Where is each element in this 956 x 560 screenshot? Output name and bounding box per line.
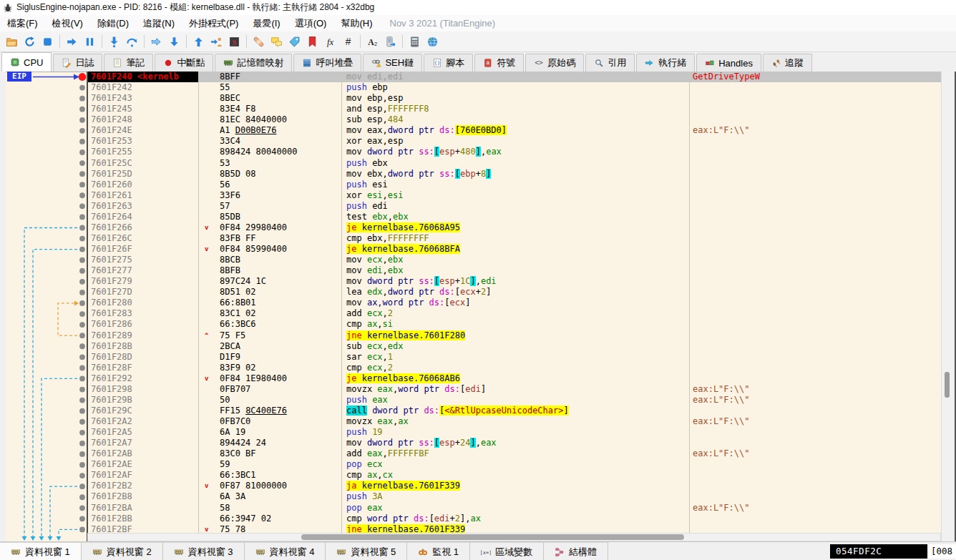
address-cell[interactable]: 7601F240 <kernelb bbox=[87, 72, 198, 82]
bottom-tab-資料視窗 5[interactable]: 資料視窗 5 bbox=[326, 542, 407, 560]
address-cell[interactable]: 7601F2BA bbox=[87, 503, 198, 514]
pause-button[interactable] bbox=[81, 33, 99, 51]
disasm-row[interactable]: 7601F28383C1 02add ecx,2 bbox=[87, 308, 941, 319]
address-cell[interactable]: 7601F289 bbox=[87, 330, 198, 341]
address-cell[interactable]: 7601F26F bbox=[87, 244, 198, 255]
address-cell[interactable]: 7601F29C bbox=[87, 406, 198, 416]
address-cell[interactable]: 7601F264 bbox=[87, 212, 198, 222]
disasm-row[interactable]: 7601F26485DBtest ebx,ebx bbox=[87, 212, 941, 222]
address-cell[interactable]: 7601F263 bbox=[87, 201, 198, 212]
address-cell[interactable]: 7601F260 bbox=[87, 180, 198, 190]
instruction-cell[interactable]: and esp,FFFFFFF8 bbox=[341, 104, 689, 114]
instruction-cell[interactable]: cmp ebx,FFFFFFFF bbox=[341, 233, 689, 244]
functions-button[interactable]: fx bbox=[321, 33, 339, 51]
instruction-cell[interactable]: push edi bbox=[341, 201, 689, 212]
disasm-row[interactable]: 7601F2778BFBmov edi,ebx bbox=[87, 265, 941, 276]
instruction-cell[interactable]: push 3A bbox=[341, 491, 689, 502]
instruction-cell[interactable]: je kernelbase.76068BFA bbox=[341, 244, 689, 255]
column-divider[interactable] bbox=[341, 72, 342, 533]
instruction-cell[interactable]: mov dword ptr ss:[esp+480],eax bbox=[341, 147, 689, 157]
tab-引用[interactable]: 引用 bbox=[585, 54, 635, 72]
tab-中斷點[interactable]: 中斷點 bbox=[155, 54, 213, 72]
instruction-cell[interactable]: mov eax,dword ptr ds:[760E0BD0] bbox=[341, 125, 689, 136]
instruction-cell[interactable]: sub esp,484 bbox=[341, 114, 689, 125]
address-cell[interactable]: 7601F279 bbox=[87, 276, 198, 287]
run-button[interactable] bbox=[63, 33, 81, 51]
column-divider[interactable] bbox=[689, 72, 690, 533]
bottom-tab-監視 1[interactable]: 監視 1 bbox=[407, 542, 470, 560]
disasm-row[interactable]: 7601F2758BCBmov ecx,ebx bbox=[87, 255, 941, 265]
horizontal-scrollbar-thumb[interactable] bbox=[301, 534, 684, 540]
instruction-cell[interactable]: push ebx bbox=[341, 158, 689, 169]
instruction-cell[interactable]: sub ecx,edx bbox=[341, 341, 689, 352]
disasm-row[interactable]: 7601F28B2BCAsub ecx,edx bbox=[87, 341, 941, 352]
disasm-row[interactable]: 7601F25C53push ebx bbox=[87, 158, 941, 169]
disasm-row[interactable]: 7601F26133F6xor esi,esi bbox=[87, 190, 941, 201]
instruction-cell[interactable]: mov ax,word ptr ds:[ecx] bbox=[341, 298, 689, 308]
instruction-cell[interactable]: ja kernelbase.7601F339 bbox=[341, 481, 689, 491]
address-cell[interactable]: 7601F266 bbox=[87, 222, 198, 233]
tab-CPU[interactable]: CPU bbox=[1, 52, 52, 72]
disasm-row[interactable]: 7601F2438BECmov ebp,esp bbox=[87, 93, 941, 104]
ascii-table-button[interactable]: A2 bbox=[364, 33, 381, 51]
scylla-button[interactable]: S bbox=[225, 33, 243, 51]
address-cell[interactable]: 7601F283 bbox=[87, 308, 198, 319]
tab-SEH鏈[interactable]: SEH鏈 bbox=[363, 54, 422, 72]
labels-button[interactable] bbox=[286, 33, 303, 51]
tab-記憶體映射[interactable]: 記憶體映射 bbox=[215, 54, 292, 72]
disasm-row[interactable]: 7601F26056push esi bbox=[87, 180, 941, 190]
instruction-cell[interactable]: movzx eax,ax bbox=[341, 416, 689, 427]
instruction-cell[interactable]: je kernelbase.76068AB6 bbox=[341, 373, 689, 384]
instruction-cell[interactable]: mov edi,ebx bbox=[341, 265, 689, 276]
address-cell[interactable]: 7601F248 bbox=[87, 114, 198, 125]
instruction-cell[interactable]: add ecx,2 bbox=[341, 308, 689, 319]
disasm-row[interactable]: 7601F266v0F84 29980400je kernelbase.7606… bbox=[87, 222, 941, 233]
instruction-cell[interactable]: test ebx,ebx bbox=[341, 212, 689, 222]
address-cell[interactable]: 7601F25C bbox=[87, 158, 198, 169]
menu-item[interactable]: 追蹤(N) bbox=[136, 15, 182, 31]
address-cell[interactable]: 7601F2A5 bbox=[87, 427, 198, 438]
step-into-button[interactable] bbox=[105, 33, 123, 51]
address-cell[interactable]: 7601F243 bbox=[87, 93, 198, 104]
menu-item[interactable]: 除錯(D) bbox=[90, 15, 136, 31]
address-cell[interactable]: 7601F261 bbox=[87, 190, 198, 201]
disasm-row[interactable]: 7601F2980FB707movzx eax,word ptr ds:[edi… bbox=[87, 384, 941, 395]
run-to-user-code-button[interactable] bbox=[208, 33, 225, 51]
disasm-row[interactable]: 7601F2A56A 19push 19 bbox=[87, 427, 941, 438]
disasm-row[interactable]: 7601F26Fv0F84 85990400je kernelbase.7606… bbox=[87, 244, 941, 255]
tab-腳本[interactable]: {}腳本 bbox=[424, 54, 473, 72]
menu-item[interactable]: 外掛程式(P) bbox=[182, 15, 245, 31]
disasm-row[interactable]: 7601F289^75 F5jne kernelbase.7601F280 bbox=[87, 330, 941, 341]
instruction-cell[interactable]: cmp ax,si bbox=[341, 319, 689, 330]
disasm-row[interactable]: 7601F25333C4xor eax,esp bbox=[87, 136, 941, 147]
disasm-row[interactable]: 7601F2A7894424 24mov dword ptr ss:[esp+2… bbox=[87, 438, 941, 448]
address-cell[interactable]: 7601F292 bbox=[87, 373, 198, 384]
pane-splitter[interactable] bbox=[952, 72, 956, 541]
menu-item[interactable]: 檢視(V) bbox=[45, 15, 90, 31]
disasm-row[interactable]: 7601F255898424 80040000mov dword ptr ss:… bbox=[87, 147, 941, 157]
disasm-row[interactable]: 7601F279897C24 1Cmov dword ptr ss:[esp+1… bbox=[87, 276, 941, 287]
address-cell[interactable]: 7601F28B bbox=[87, 341, 198, 352]
bottom-tab-資料視窗 1[interactable]: 資料視窗 1 bbox=[0, 542, 82, 560]
disasm-row[interactable]: 7601F2AB83C0 BFadd eax,FFFFFFBFeax:L"F:\… bbox=[87, 448, 941, 459]
address-cell[interactable]: 7601F253 bbox=[87, 136, 198, 147]
address-cell[interactable]: 7601F2BB bbox=[87, 514, 198, 524]
address-cell[interactable]: 7601F2A2 bbox=[87, 416, 198, 427]
disasm-row[interactable]: 7601F28666:3BC6cmp ax,si bbox=[87, 319, 941, 330]
tab-Handles[interactable]: Handles bbox=[696, 54, 761, 72]
open-file-button[interactable] bbox=[3, 33, 21, 51]
disasm-row[interactable]: 7601F26C83FB FFcmp ebx,FFFFFFFF bbox=[87, 233, 941, 244]
instruction-cell[interactable]: pop ecx bbox=[341, 459, 689, 470]
disasm-row[interactable]: 7601F2AF66:3BC1cmp ax,cx bbox=[87, 470, 941, 481]
disasm-row[interactable]: 7601F2BA58pop eaxeax:L"F:\\" bbox=[87, 503, 941, 514]
address-cell[interactable]: 7601F255 bbox=[87, 147, 198, 157]
address-cell[interactable]: 7601F277 bbox=[87, 265, 198, 276]
instruction-cell[interactable]: push 19 bbox=[341, 427, 689, 438]
instruction-cell[interactable]: jne kernelbase.7601F280 bbox=[341, 330, 689, 341]
address-cell[interactable]: 7601F2AB bbox=[87, 448, 198, 459]
instruction-cell[interactable]: mov dword ptr ss:[esp+24],eax bbox=[341, 438, 689, 448]
disasm-row[interactable]: 7601F2B2v0F87 81000000ja kernelbase.7601… bbox=[87, 481, 941, 491]
tab-符號[interactable]: a符號 bbox=[474, 54, 524, 72]
disasm-row[interactable]: 7601F25D8B5D 08mov ebx,dword ptr ss:[ebp… bbox=[87, 169, 941, 180]
disasm-row-eip[interactable]: 7601F240 <kernelb8BFFmov edi,ediGetDrive… bbox=[87, 72, 941, 82]
